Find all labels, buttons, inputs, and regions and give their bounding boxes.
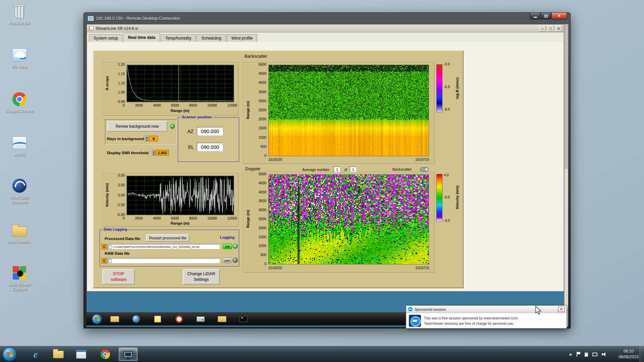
snr-spinner[interactable] <box>152 150 156 156</box>
tab-page: Backscatter Doppler A-scope 1.201.151.10… <box>88 42 563 291</box>
streamline-close-button[interactable]: ✕ <box>555 25 562 32</box>
taskbar: 06:10 06/08/2023 <box>0 346 644 362</box>
show-desktop-button[interactable] <box>640 346 644 362</box>
processed-drive-select[interactable]: C <box>102 244 107 249</box>
taskbar-remote-desktop-active[interactable] <box>119 348 138 361</box>
doppler-y-axis-label: Range (m) <box>246 210 250 228</box>
tick-label: 4500 <box>259 72 266 75</box>
taskbar-internet-explorer[interactable] <box>26 348 45 361</box>
tab-temp-humidity[interactable]: Temp/humidity <box>161 34 196 42</box>
average-of-input[interactable]: 1 <box>350 167 357 172</box>
tick-label: 4000 <box>259 81 266 84</box>
rdp-minimize-button[interactable] <box>530 13 540 19</box>
renew-background-button[interactable]: Renew background now <box>107 121 167 132</box>
velocity-y-ticks: 5.002.500.00-2.50-5.00 <box>108 174 125 217</box>
doppler-graph: Range (m) 500045004000350030002500200015… <box>243 172 434 273</box>
tab-system-setup[interactable]: System setup <box>89 34 123 42</box>
volume-icon[interactable] <box>602 352 606 356</box>
desktop-icon-label: Wind Lidar Software <box>3 195 36 205</box>
backscatter-toggle-label: Backscatter <box>392 167 412 171</box>
rdp-window-title: 192.168.0.150 - Remote Desktop Connectio… <box>96 16 180 21</box>
taskbar-chrome[interactable] <box>96 348 115 361</box>
remote-taskbar-capture[interactable] <box>193 314 208 324</box>
remote-start-button[interactable] <box>92 314 102 324</box>
tray-expand-icon[interactable] <box>569 353 572 355</box>
rdp-vertical-scrollbar[interactable] <box>564 24 568 327</box>
desktop-icon-wind-lidar[interactable]: Wind Lidar Software <box>3 177 36 205</box>
settings-button-line1: Change LiDAR <box>187 271 215 277</box>
velocity-graph: Velocity (m/s) 5.002.500.00-2.50-5.00 02… <box>103 173 238 227</box>
stop-software-button[interactable]: STOP software <box>102 269 135 285</box>
taskbar-media-app[interactable] <box>72 348 91 361</box>
streamline-titlebar[interactable]: StreamLine XR v14-6.vi <box>87 24 564 33</box>
backscatter-toggle[interactable] <box>420 167 429 172</box>
desktop-icon-recycle-bin[interactable]: Recycle Bin <box>3 3 36 26</box>
raw-drive-select[interactable]: C <box>102 258 107 263</box>
doppler-section-title: Doppler <box>245 166 261 171</box>
rdp-titlebar[interactable]: 192.168.0.150 - Remote Desktop Connectio… <box>84 13 570 24</box>
change-lidar-settings-button[interactable]: Change LiDAR Settings <box>183 269 220 285</box>
remote-taskbar-explorer[interactable] <box>107 314 122 324</box>
raw-logging-led[interactable] <box>233 258 238 263</box>
windows-flag-icon <box>7 352 13 357</box>
action-center-flag-icon[interactable] <box>577 352 580 357</box>
average-number-input[interactable]: 1 <box>334 167 340 172</box>
scrollbar-thumb[interactable] <box>565 24 568 169</box>
tick-label: 3500 <box>259 199 266 203</box>
desktop-icon-autoscreen[interactable]: AutoScreen... <box>3 221 36 244</box>
raw-logging-toggle[interactable]: OFF <box>223 258 232 263</box>
streamline-maximize-button[interactable]: □ <box>547 25 554 32</box>
tick-label: 1500 <box>259 126 266 130</box>
raw-path-field[interactable] <box>108 258 220 263</box>
teamviewer-logo <box>409 315 421 327</box>
ascope-y-axis-label: A-scope <box>105 76 109 90</box>
tab-scheduling[interactable]: Scheduling <box>197 34 226 42</box>
tick-label: 6000 <box>171 103 179 107</box>
desktop-icon-bl-view[interactable]: BL-View <box>3 46 36 69</box>
teamviewer-close-button[interactable]: ✕ <box>558 307 565 312</box>
tab-wind-profile[interactable]: Wind profile <box>227 34 257 42</box>
desktop-icon-mw41[interactable]: MW41 <box>3 134 36 157</box>
remote-taskbar-notes[interactable] <box>150 314 165 324</box>
tab-real-time-data[interactable]: Real time data <box>123 33 160 42</box>
remote-taskbar-cmd[interactable] <box>236 314 251 324</box>
command-prompt-icon <box>239 316 248 322</box>
remote-desktop-icon <box>88 16 94 21</box>
tick-label: 3000 <box>259 208 266 212</box>
el-input[interactable]: 090.000 <box>197 143 223 152</box>
desktop-icon-google-chrome[interactable]: Google Chrome <box>3 90 36 114</box>
of-label: of <box>344 168 347 172</box>
tray-network-monitor-icon[interactable] <box>592 353 597 356</box>
restart-processed-file-button[interactable]: Restart processed file <box>146 234 190 242</box>
tick-label: 4000 <box>153 216 161 220</box>
clock-date: 06/08/2023 <box>619 354 639 360</box>
taskbar-clock[interactable]: 06:10 06/08/2023 <box>619 349 639 360</box>
remote-taskbar-power[interactable] <box>172 314 186 324</box>
remote-taskbar-files[interactable] <box>215 314 229 324</box>
desktop: Recycle Bin BL-View Google Chrome MW41 W… <box>0 0 644 362</box>
desktop-icon-auto-screen-capture[interactable]: Auto Screen Capture <box>3 264 36 292</box>
snr-value[interactable]: 1.002 <box>156 150 169 156</box>
tick-label: 2000 <box>259 226 266 230</box>
tick-label: 4000 <box>153 103 161 107</box>
tick-label: 5.00 <box>118 174 125 177</box>
processed-logging-led[interactable] <box>233 244 238 249</box>
processed-logging-toggle[interactable]: ON <box>223 244 232 249</box>
streamline-minimize-button[interactable]: – <box>539 25 546 32</box>
tray-document-icon[interactable] <box>585 352 588 357</box>
chrome-icon <box>101 350 110 359</box>
rdp-close-button[interactable]: ✕ <box>551 13 567 19</box>
tick-label: 2000 <box>259 117 266 121</box>
rays-spinner[interactable] <box>145 136 149 141</box>
tick-label: 1.20 <box>118 63 125 66</box>
desktop-icon-label: Auto Screen Capture <box>3 283 36 292</box>
bl-view-icon <box>3 46 36 64</box>
rays-value[interactable]: 8 <box>149 136 158 141</box>
taskbar-explorer[interactable] <box>49 348 68 361</box>
x-start-tick: 1019220 <box>268 266 282 270</box>
az-input[interactable]: 090.000 <box>197 127 223 136</box>
processed-path-field[interactable]: C:\Lidar\Data\Proc\2023\202308\20230806\… <box>108 244 220 249</box>
start-button[interactable] <box>3 347 17 361</box>
remote-taskbar-network[interactable] <box>129 314 144 324</box>
rdp-restore-button[interactable] <box>541 13 551 19</box>
